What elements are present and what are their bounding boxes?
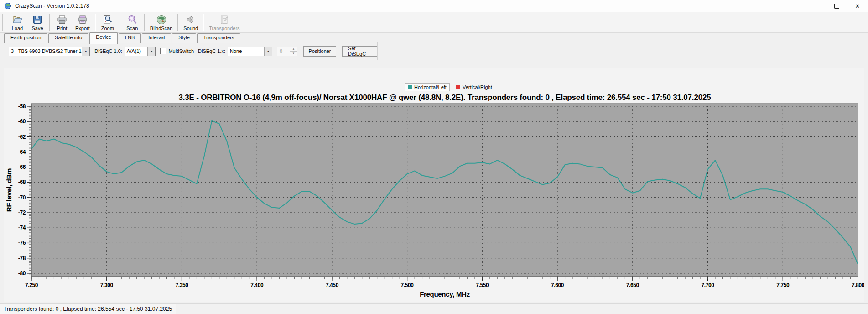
diseqc10-combobox[interactable]: A/A(1) ▼ [125,47,156,56]
x-tick-label: 7.600 [551,282,564,288]
y-axis-title: RF level, dBm [5,168,13,212]
y-tick-label: -64 [18,149,26,155]
x-tick-label: 7.700 [702,282,715,288]
spinner-up-icon[interactable]: ▲ [290,47,297,52]
status-bar: Transponders found: 0 , Elapsed time: 26… [0,303,868,314]
y-tick-label: -76 [18,240,26,246]
window-controls: ✕ [805,0,868,12]
multiswitch-checkbox[interactable]: MultiSwitch [160,48,194,54]
x-axis-title: Frequency, MHz [420,290,470,298]
maximize-button[interactable] [826,0,847,12]
toolbar-grip[interactable] [2,14,5,31]
x-tick-label: 7.350 [175,282,188,288]
scan-button[interactable]: Scan [123,12,142,32]
tab-device[interactable]: Device [89,32,118,44]
status-text: Transponders found: 0 , Elapsed time: 26… [4,306,172,312]
legend-item-horizontal-left[interactable]: Horizontal/Left [405,83,450,91]
x-tick-label: 7.300 [100,282,114,288]
tuner-combobox[interactable]: 3 - TBS 6903 DVBS/S2 Tuner 1 ▼ [9,47,90,56]
tab-satellite-info[interactable]: Satellite info [48,33,88,43]
app-globe-icon [4,2,11,10]
tab-earth-position[interactable]: Earth position [4,33,47,43]
positioner-button[interactable]: Positioner [303,46,336,57]
toolbar-separator [177,14,178,31]
plot-area[interactable] [31,104,858,277]
close-button[interactable]: ✕ [847,0,868,12]
chevron-down-icon[interactable]: ▼ [82,47,89,56]
tab-transponders[interactable]: Transponders [197,33,240,43]
legend-swatch-horizontal-left [408,85,412,89]
legend-swatch-vertical-right [456,85,460,89]
tab-lnb[interactable]: LNB [119,33,141,43]
diseqc10-label: DiSEqC 1.0: [94,48,122,54]
chart-legend: Horizontal/LeftVertical/Right [405,83,499,92]
legend-item-vertical-right[interactable]: Vertical/Right [453,84,495,91]
toolbar-separator [120,14,120,31]
export-button-label: Export [75,26,90,31]
legend-label: Horizontal/Left [414,84,447,90]
spinner-down-icon[interactable]: ▼ [290,52,297,56]
tab-style[interactable]: Style [172,33,196,43]
y-tick-label: -80 [18,270,26,277]
y-tick-label: -60 [18,118,26,125]
save-icon [32,14,43,25]
x-tick-label: 7.250 [25,282,38,288]
load-button-label: Load [12,26,23,31]
print-icon [57,14,68,25]
chevron-down-icon[interactable]: ▼ [147,47,155,56]
set-diseqc-button[interactable]: Set DiSEqC [342,46,377,57]
export-button[interactable]: Export [73,12,93,32]
checkbox-box[interactable] [160,48,166,54]
diseqc1x-combobox[interactable]: None ▼ [228,47,272,56]
minimize-button[interactable] [805,0,826,12]
spectrum-chart: -58-60-62-64-66-68-70-72-74-76-78-807.25… [4,68,864,302]
export-icon [77,14,88,25]
save-button-label: Save [31,26,43,31]
toolbar-separator [144,14,145,31]
x-tick-label: 7.800 [852,282,864,288]
transponders-button-label: Transponders [209,26,239,31]
y-tick-label: -68 [18,179,26,185]
scan-button-label: Scan [126,26,138,31]
tuner-combobox-value: 3 - TBS 6903 DVBS/S2 Tuner 1 [9,48,82,54]
tab-interval[interactable]: Interval [142,33,171,43]
y-tick-label: -66 [18,164,26,170]
status-cell: Transponders found: 0 , Elapsed time: 26… [0,304,176,314]
diseqc10-combobox-value: A/A(1) [125,48,148,54]
blindscan-button-label: BlindScan [150,26,173,31]
sound-button[interactable]: Sound [181,12,201,32]
toolbar-separator [49,14,50,31]
maximize-icon [834,4,839,9]
blindscan-icon [156,14,167,25]
sound-icon [185,14,196,25]
x-tick-label: 7.650 [626,282,639,288]
zoom-button[interactable]: Zoom [98,12,117,32]
sound-button-label: Sound [183,26,198,31]
title-bar: CrazyScan - Version 1.0.2.178 ✕ [0,0,868,12]
toolbar-separator [203,14,204,31]
chevron-down-icon[interactable]: ▼ [264,47,272,56]
zoom-icon [102,14,113,25]
multiswitch-label: MultiSwitch [168,48,194,54]
y-tick-label: -70 [18,194,26,201]
x-tick-label: 7.500 [401,282,414,288]
close-icon: ✕ [855,3,860,9]
x-tick-label: 7.550 [476,282,489,288]
positioner-number-spinner[interactable]: 0 ▲ ▼ [277,47,297,56]
y-tick-label: -74 [18,225,26,231]
load-button[interactable]: Load [8,12,27,32]
diseqc1x-label: DiSEqC 1.x: [198,48,225,54]
zoom-button-label: Zoom [101,26,114,31]
transponders-button: Transponders [206,12,242,32]
window-title: CrazyScan - Version 1.0.2.178 [15,3,89,9]
chart-panel: Horizontal/LeftVertical/Right -58-60-62-… [4,68,864,302]
y-tick-label: -58 [18,103,26,110]
print-button[interactable]: Print [52,12,72,32]
save-button[interactable]: Save [28,12,47,32]
y-tick-label: -78 [18,255,26,262]
legend-label: Vertical/Right [463,84,492,90]
blindscan-button[interactable]: BlindScan [147,12,176,32]
minimize-icon [813,6,818,6]
device-tab-panel: 3 - TBS 6903 DVBS/S2 Tuner 1 ▼ DiSEqC 1.… [4,42,378,60]
x-tick-label: 7.400 [250,282,264,288]
